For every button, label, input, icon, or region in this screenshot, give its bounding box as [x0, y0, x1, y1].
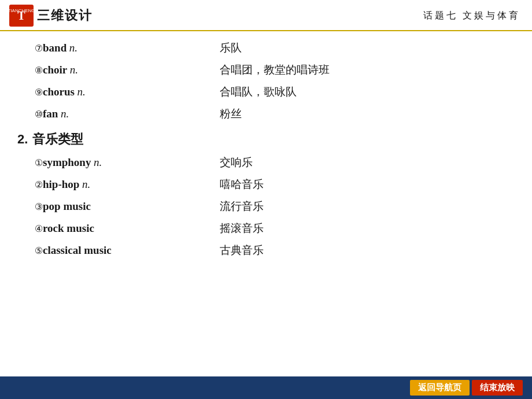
vocab-chinese: 粉丝	[220, 106, 242, 121]
vocab-chinese: 交响乐	[220, 155, 253, 170]
vocab-english: ⑧choir n.	[35, 64, 220, 76]
header-title: 话题七 文娱与体育	[423, 10, 520, 22]
vocab-num: ④	[35, 224, 43, 234]
svg-text:TIANCHENG: TIANCHENG	[9, 8, 34, 13]
nav-button[interactable]: 返回导航页	[410, 380, 470, 396]
vocab-item: ⑨chorus n. 合唱队，歌咏队	[35, 81, 515, 103]
vocab-pos: n.	[94, 156, 102, 168]
logo-text: 三维设计	[37, 7, 93, 24]
vocab-word: fan	[43, 108, 58, 120]
vocab-list-top: ⑦band n. 乐队 ⑧choir n. 合唱团，教堂的唱诗班 ⑨chorus…	[35, 37, 515, 125]
vocab-item: ⑩fan n. 粉丝	[35, 103, 515, 125]
vocab-word: hip-hop	[43, 178, 79, 190]
vocab-chinese: 嘻哈音乐	[220, 177, 264, 192]
content-area: ⑦band n. 乐队 ⑧choir n. 合唱团，教堂的唱诗班 ⑨chorus…	[0, 31, 532, 376]
vocab-english: ②hip-hop n.	[35, 178, 220, 191]
vocab-english: ⑤classical music	[35, 244, 220, 257]
vocab-word: rock music	[43, 222, 94, 234]
vocab-word: chorus	[43, 86, 75, 98]
vocab-item: ③pop music 流行音乐	[35, 195, 515, 217]
vocab-item: ②hip-hop n. 嘻哈音乐	[35, 173, 515, 195]
vocab-chinese: 合唱队，歌咏队	[220, 84, 297, 99]
vocab-num: ⑤	[35, 246, 43, 256]
vocab-num: ③	[35, 202, 43, 212]
vocab-num: ⑨	[35, 87, 43, 97]
vocab-pos: n.	[70, 64, 78, 76]
vocab-pos: n.	[77, 86, 85, 98]
section2-title: 音乐类型	[32, 131, 83, 148]
vocab-item: ⑤classical music 古典音乐	[35, 239, 515, 261]
vocab-english: ⑩fan n.	[35, 108, 220, 120]
vocab-chinese: 流行音乐	[220, 199, 264, 214]
vocab-num: ⑦	[35, 43, 43, 53]
page: T TIANCHENG 三维设计 话题七 文娱与体育 ⑦band n. 乐队 ⑧…	[0, 0, 532, 399]
vocab-num: ①	[35, 158, 43, 168]
vocab-pos: n.	[61, 108, 69, 120]
logo-icon: T TIANCHENG	[9, 5, 34, 27]
vocab-item: ①symphony n. 交响乐	[35, 152, 515, 173]
vocab-pos: n.	[69, 42, 77, 54]
vocab-word: classical music	[43, 244, 112, 256]
vocab-chinese: 摇滚音乐	[220, 221, 264, 236]
vocab-word: pop music	[43, 200, 91, 212]
vocab-english: ③pop music	[35, 200, 220, 213]
vocab-english: ④rock music	[35, 222, 220, 235]
footer: 返回导航页 结束放映	[0, 376, 532, 399]
vocab-word: band	[43, 42, 66, 54]
vocab-item: ⑧choir n. 合唱团，教堂的唱诗班	[35, 59, 515, 81]
vocab-chinese: 乐队	[220, 40, 242, 56]
vocab-num: ②	[35, 180, 43, 190]
vocab-word: symphony	[43, 156, 91, 168]
logo-area: T TIANCHENG 三维设计	[9, 5, 93, 27]
vocab-english: ⑦band n.	[35, 42, 220, 54]
vocab-item: ④rock music 摇滚音乐	[35, 217, 515, 239]
vocab-num: ⑩	[35, 109, 43, 119]
vocab-english: ①symphony n.	[35, 156, 220, 169]
vocab-chinese: 古典音乐	[220, 243, 264, 258]
vocab-num: ⑧	[35, 65, 43, 75]
vocab-pos: n.	[82, 178, 90, 190]
vocab-word: choir	[43, 64, 67, 76]
vocab-english: ⑨chorus n.	[35, 86, 220, 98]
header: T TIANCHENG 三维设计 话题七 文娱与体育	[0, 0, 532, 31]
vocab-chinese: 合唱团，教堂的唱诗班	[220, 62, 330, 77]
vocab-item: ⑦band n. 乐队	[35, 37, 515, 59]
section2-num: 2.	[17, 132, 28, 147]
section2-header: 2. 音乐类型	[17, 131, 515, 148]
end-button[interactable]: 结束放映	[472, 380, 523, 396]
